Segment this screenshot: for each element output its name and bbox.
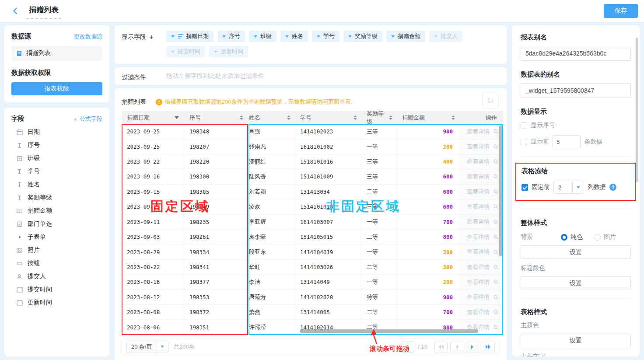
- magnifier-icon: [493, 204, 499, 210]
- datasource-item[interactable]: 捐赠列表: [11, 46, 102, 61]
- view-detail-button[interactable]: 查看详情: [459, 169, 503, 184]
- change-datasource-link[interactable]: 更改数据源: [74, 33, 102, 41]
- field-item-update-time[interactable]: 更新时间: [11, 296, 102, 309]
- text-icon: [16, 168, 23, 175]
- table-row: 2023-09-11198235李亚辉1614103007一等700查看详情: [122, 215, 503, 230]
- col-header-date[interactable]: 捐赠日期: [122, 111, 184, 124]
- view-detail-button[interactable]: 查看详情: [459, 290, 503, 304]
- view-detail-button[interactable]: 查看详情: [459, 185, 503, 199]
- text-icon: [16, 182, 23, 188]
- col-header-amount[interactable]: 捐赠金额: [397, 111, 459, 124]
- sort-icon: [354, 115, 357, 120]
- chip-donation-amount[interactable]: 捐赠金额: [386, 31, 425, 42]
- freeze-count-select[interactable]: 2: [553, 181, 584, 194]
- page-size-select[interactable]: 20 条/页: [126, 341, 168, 353]
- field-item-subform[interactable]: 子表单: [11, 231, 102, 244]
- magnifier-icon: [493, 294, 499, 300]
- field-item-date[interactable]: 日期: [11, 126, 102, 139]
- view-detail-button[interactable]: 查看详情: [459, 215, 503, 229]
- magnifier-icon: [493, 234, 499, 240]
- data-table: 捐赠日期 序号 姓名 学号 奖励等级 捐赠金额 操作 2023-09-25198…: [122, 111, 503, 335]
- table-row: 2023-09-16198300陆风香1514101009三等600查看详情: [122, 169, 503, 184]
- field-item-student-id[interactable]: 学号: [11, 165, 102, 178]
- field-item-button[interactable]: 按钮: [11, 257, 102, 270]
- show-first-count-input[interactable]: [553, 135, 581, 148]
- chevron-down-icon: [214, 51, 217, 53]
- save-button[interactable]: 保存: [604, 4, 638, 18]
- field-item-serial[interactable]: 序号: [11, 139, 102, 152]
- table-alias-input[interactable]: [521, 83, 631, 98]
- view-detail-button[interactable]: 查看详情: [459, 245, 503, 259]
- field-item-donation-amount[interactable]: 123捐赠金额: [11, 204, 102, 217]
- col-header-student-id[interactable]: 学号: [295, 111, 361, 124]
- panel-scrollbar[interactable]: [636, 38, 638, 182]
- view-detail-button[interactable]: 查看详情: [459, 154, 503, 169]
- freeze-checkbox[interactable]: [522, 184, 528, 191]
- field-item-name[interactable]: 姓名: [11, 178, 102, 191]
- chip-update-time[interactable]: 更新时间: [209, 46, 248, 57]
- chip-award-grade[interactable]: 奖励等级: [343, 31, 382, 42]
- chip-name[interactable]: 姓名: [280, 31, 308, 42]
- col-header-name[interactable]: 姓名: [248, 111, 295, 124]
- next-page-button[interactable]: [466, 341, 479, 353]
- view-detail-button[interactable]: 查看详情: [459, 230, 503, 244]
- add-field-icon[interactable]: ＋: [148, 33, 154, 40]
- chevron-down-icon: [434, 35, 438, 38]
- show-first-checkbox[interactable]: [521, 139, 527, 145]
- chip-serial[interactable]: 序号: [217, 31, 245, 42]
- view-detail-button[interactable]: 查看详情: [459, 139, 503, 154]
- display-field-chips: 捐赠日期 序号 班级 姓名 学号 奖励等级 捐赠金额 提交人 提交时间 更新时间: [166, 31, 500, 61]
- chip-submit-time[interactable]: 提交时间: [166, 46, 205, 57]
- field-item-submitter[interactable]: 提交人: [11, 270, 102, 283]
- filter-dropzone[interactable]: 拖动左侧字段到此处来添加过滤条件: [166, 72, 264, 80]
- vertical-scrollbar[interactable]: [499, 125, 502, 256]
- view-detail-button[interactable]: 查看详情: [459, 305, 503, 319]
- view-detail-button[interactable]: 查看详情: [459, 124, 503, 139]
- image-radio[interactable]: [594, 234, 601, 241]
- solid-color-radio[interactable]: [561, 234, 567, 241]
- field-item-class[interactable]: 班级: [11, 152, 102, 165]
- theme-color-set-button[interactable]: 设置: [521, 334, 631, 347]
- total-pages: / 10: [418, 343, 427, 350]
- table-row: 2023-08-16198377李洁131414049一等200查看详情: [122, 275, 503, 290]
- field-item-department[interactable]: 部门单选: [11, 217, 102, 231]
- chip-submitter[interactable]: 提交人: [429, 31, 462, 42]
- table-row: 2023-08-29198334段亚东1414104019一等300查看详情: [122, 245, 503, 259]
- prev-page-button[interactable]: [450, 341, 463, 353]
- view-detail-button[interactable]: 查看详情: [459, 275, 503, 289]
- col-header-serial[interactable]: 序号: [184, 111, 248, 124]
- select-icon: [16, 155, 23, 162]
- report-alias-input[interactable]: [521, 46, 631, 61]
- field-item-submit-time[interactable]: 提交时间: [11, 283, 102, 296]
- total-count: 共200条: [174, 343, 195, 351]
- magnifier-icon: [493, 159, 499, 164]
- formula-field-link[interactable]: ＋ 公式字段: [72, 115, 102, 123]
- back-icon[interactable]: [10, 5, 21, 17]
- chip-student-id[interactable]: 学号: [312, 31, 340, 42]
- view-detail-button[interactable]: 查看详情: [459, 199, 503, 214]
- horizontal-scrollbar[interactable]: [300, 329, 478, 333]
- table-row: 2023-09-25198207张雨凡1618101002一等200查看详情: [122, 139, 503, 154]
- background-set-button[interactable]: 设置: [521, 245, 631, 259]
- last-page-button[interactable]: [482, 341, 495, 353]
- datasource-item-label: 捐赠列表: [26, 49, 51, 57]
- first-page-button[interactable]: [434, 341, 448, 353]
- calendar-icon: [16, 299, 23, 306]
- chevron-down-icon: [157, 341, 168, 353]
- title-color-set-button[interactable]: 设置: [521, 276, 631, 290]
- chip-donation-date[interactable]: 捐赠日期: [166, 31, 214, 42]
- calendar-icon: [16, 286, 23, 293]
- sort-icon: [240, 115, 243, 120]
- chip-class[interactable]: 班级: [249, 31, 276, 42]
- sort-tool-button[interactable]: 1↓: [482, 92, 499, 108]
- table-style-title: 表格样式: [521, 308, 631, 316]
- report-permission-button[interactable]: 报表权限: [11, 82, 102, 95]
- field-item-photo[interactable]: 照片: [11, 244, 102, 257]
- help-icon[interactable]: [609, 184, 616, 191]
- col-header-grade[interactable]: 奖励等级: [361, 111, 397, 124]
- datasource-title: 数据源: [11, 32, 31, 41]
- chevron-down-icon: [285, 35, 289, 38]
- view-detail-button[interactable]: 查看详情: [459, 260, 503, 274]
- field-item-award-grade[interactable]: 奖励等级: [11, 191, 102, 204]
- show-serial-checkbox[interactable]: [521, 122, 527, 129]
